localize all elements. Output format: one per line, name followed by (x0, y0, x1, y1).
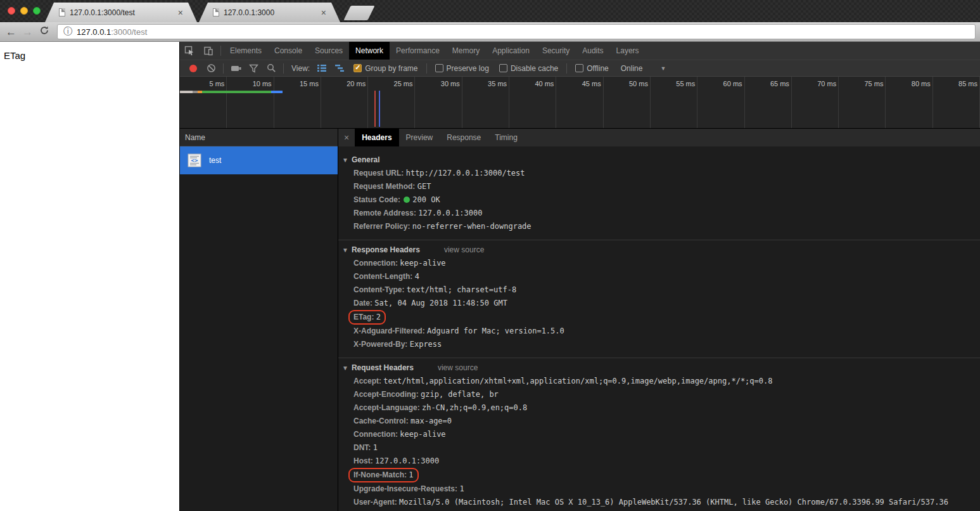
use-large-rows-icon[interactable] (314, 60, 330, 76)
disclosure-triangle-icon[interactable]: ▼ (342, 157, 348, 164)
forward-button[interactable]: → (22, 27, 33, 37)
offline-checkbox[interactable]: Offline (575, 64, 608, 73)
devtools-tab-audits[interactable]: Audits (576, 42, 609, 60)
disable-cache-checkbox[interactable]: Disable cache (499, 64, 558, 73)
section-header[interactable]: ▼General (338, 153, 980, 167)
header-row-connection: Connection: keep-alive (338, 428, 980, 441)
zoom-window-button[interactable] (33, 7, 41, 15)
waterfall-segment (271, 91, 283, 93)
group-by-frame-checkbox[interactable]: Group by frame (353, 64, 417, 73)
waterfall-segment (180, 91, 193, 93)
timeline-tick: 5 ms (180, 77, 227, 128)
search-icon[interactable] (263, 60, 279, 76)
header-row-x-adguard-filtered: X-Adguard-Filtered: Adguard for Mac; ver… (338, 325, 980, 338)
section-header[interactable]: ▼Response Headersview source (338, 243, 980, 257)
view-source-link[interactable]: view source (438, 363, 478, 372)
new-tab-button[interactable] (343, 6, 374, 20)
inspect-element-icon[interactable] (180, 42, 199, 60)
minimize-window-button[interactable] (20, 7, 28, 15)
network-overview-timeline[interactable]: 5 ms10 ms15 ms20 ms25 ms30 ms35 ms40 ms4… (180, 77, 980, 129)
window-content: ETag ElementsConsoleSourcesNetworkPerfor… (0, 42, 980, 511)
close-window-button[interactable] (8, 7, 15, 15)
timeline-tick: 70 ms (792, 77, 839, 128)
header-row-if-none-match: If-None-Match: 1 (338, 468, 980, 482)
section-general: ▼GeneralRequest URL: http://127.0.0.1:30… (338, 150, 980, 240)
request-rows: <>test (180, 146, 338, 174)
clear-icon[interactable] (203, 60, 219, 76)
tab-close-icon[interactable]: × (321, 8, 326, 18)
page-info-icon[interactable]: ⓘ (63, 26, 72, 37)
section-header[interactable]: ▼Request Headersview source (338, 361, 980, 375)
request-name: test (209, 156, 221, 165)
devtools-tab-network[interactable]: Network (349, 42, 390, 60)
view-source-link[interactable]: view source (444, 245, 484, 254)
capture-screenshots-icon[interactable] (227, 60, 244, 76)
window-controls (8, 7, 41, 15)
devtools-tabs: ElementsConsoleSourcesNetworkPerformance… (224, 42, 646, 60)
toolbar-separator (566, 63, 567, 74)
browser-tab-active[interactable]: 127.0.0.1:3000/test × (45, 3, 197, 22)
devtools-tab-performance[interactable]: Performance (390, 42, 446, 60)
filter-icon[interactable] (245, 60, 262, 76)
detail-tab-preview[interactable]: Preview (399, 129, 440, 146)
toolbar-separator (283, 63, 284, 74)
url-field[interactable]: ⓘ 127.0.0.1:3000/test (57, 24, 976, 39)
detail-tabbar: × HeadersPreviewResponseTiming (338, 129, 980, 146)
load-event-line (379, 91, 380, 127)
detail-tab-headers[interactable]: Headers (355, 129, 398, 146)
url-host: 127.0.0.1 (77, 27, 111, 37)
header-row-request method: Request Method: GET (338, 180, 980, 193)
preserve-log-checkbox[interactable]: Preserve log (435, 64, 489, 73)
timeline-tick: 85 ms (933, 77, 980, 128)
network-body: Name <>test × HeadersPreviewResponseTimi… (180, 129, 980, 511)
checkbox-icon[interactable] (499, 64, 507, 72)
section-title: General (352, 155, 380, 164)
timeline-tick: 40 ms (509, 77, 556, 128)
toolbar-separator (220, 46, 221, 56)
detail-tab-response[interactable]: Response (440, 129, 488, 146)
devtools-tab-security[interactable]: Security (536, 42, 576, 60)
timeline-tick: 60 ms (697, 77, 744, 128)
header-row-content-length: Content-Length: 4 (338, 270, 980, 283)
name-column-header[interactable]: Name (180, 129, 338, 146)
header-row-x-powered-by: X-Powered-By: Express (338, 338, 980, 351)
record-button[interactable] (185, 60, 201, 76)
detail-tab-timing[interactable]: Timing (488, 129, 525, 146)
device-toolbar-icon[interactable] (199, 42, 218, 60)
timeline-tick: 45 ms (556, 77, 603, 128)
devtools-tab-memory[interactable]: Memory (446, 42, 486, 60)
show-overview-icon[interactable] (331, 60, 348, 76)
devtools-tab-sources[interactable]: Sources (309, 42, 349, 60)
browser-tab-inactive[interactable]: 127.0.0.1:3000 × (199, 3, 340, 22)
section-response-headers: ▼Response Headersview sourceConnection: … (338, 240, 980, 358)
chevron-down-icon[interactable]: ▼ (660, 65, 666, 72)
disclosure-triangle-icon[interactable]: ▼ (342, 247, 348, 254)
disclosure-triangle-icon[interactable]: ▼ (342, 365, 348, 372)
header-row-cache-control: Cache-Control: max-age=0 (338, 415, 980, 428)
throttling-select[interactable]: Online (621, 64, 643, 73)
back-button[interactable]: ← (6, 27, 16, 37)
devtools-tab-application[interactable]: Application (486, 42, 536, 60)
timeline-tick: 20 ms (321, 77, 368, 128)
header-row-content-type: Content-Type: text/html; charset=utf-8 (338, 283, 980, 297)
timeline-tick: 75 ms (839, 77, 886, 128)
timeline-tick: 15 ms (274, 77, 321, 128)
section-title: Response Headers (352, 245, 420, 254)
tab-close-icon[interactable]: × (178, 8, 183, 18)
detail-tabs: HeadersPreviewResponseTiming (355, 129, 525, 146)
checkbox-icon[interactable] (353, 64, 362, 72)
checkbox-icon[interactable] (435, 64, 443, 72)
tab-title: 127.0.0.1:3000 (224, 8, 316, 17)
request-row-test[interactable]: <>test (180, 146, 338, 174)
request-list-pane: Name <>test (180, 129, 338, 511)
devtools-tab-elements[interactable]: Elements (224, 42, 268, 60)
reload-button[interactable] (39, 25, 49, 38)
devtools-tabbar: ElementsConsoleSourcesNetworkPerformance… (180, 42, 980, 60)
checkbox-label: Offline (587, 64, 608, 73)
close-icon[interactable]: × (338, 133, 355, 143)
tab-title: 127.0.0.1:3000/test (70, 8, 173, 17)
network-toolbar: View: Group by frame Preserve log Disabl… (180, 60, 980, 77)
checkbox-icon[interactable] (575, 64, 583, 72)
devtools-tab-layers[interactable]: Layers (610, 42, 646, 60)
devtools-tab-console[interactable]: Console (268, 42, 309, 60)
